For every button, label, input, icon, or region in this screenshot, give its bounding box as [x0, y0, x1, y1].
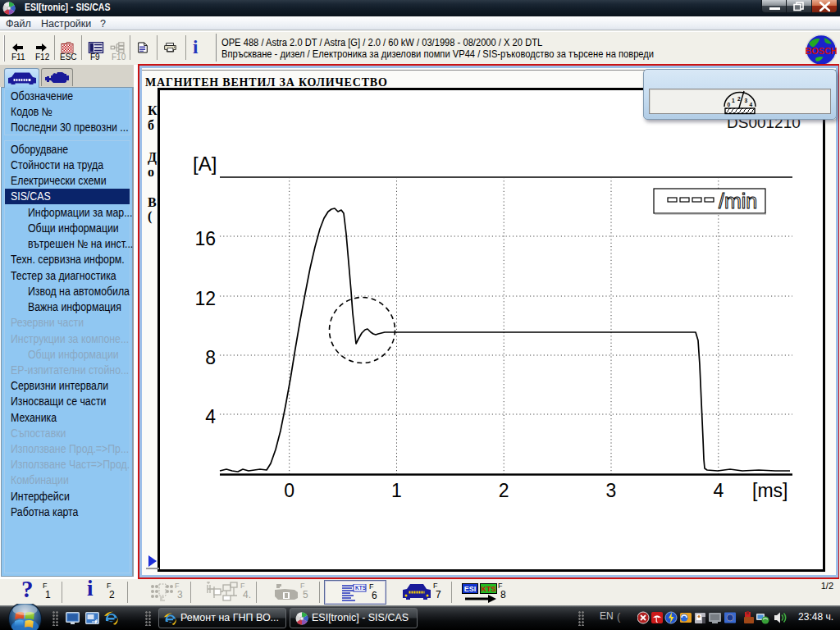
svg-text:4: 4: [750, 102, 753, 107]
svg-text:16: 16: [194, 228, 216, 249]
svg-text:/min: /min: [719, 189, 757, 212]
svg-text:2: 2: [499, 480, 509, 501]
svg-text:3: 3: [745, 98, 748, 103]
svg-text:BOSCH: BOSCH: [806, 46, 837, 56]
svg-text:2: 2: [737, 96, 741, 102]
svg-text:KTS: KTS: [355, 585, 367, 591]
svg-text:0: 0: [284, 480, 294, 501]
svg-text:1: 1: [732, 98, 735, 103]
svg-text:[ms]: [ms]: [752, 480, 788, 501]
svg-text:[A]: [A]: [193, 153, 217, 175]
svg-text:4: 4: [205, 406, 216, 427]
svg-text:4: 4: [713, 480, 724, 501]
svg-text:12: 12: [194, 288, 216, 309]
svg-text:0: 0: [728, 102, 731, 107]
svg-text:3: 3: [606, 480, 617, 501]
svg-text:8: 8: [205, 347, 216, 368]
svg-text:1: 1: [391, 480, 402, 501]
